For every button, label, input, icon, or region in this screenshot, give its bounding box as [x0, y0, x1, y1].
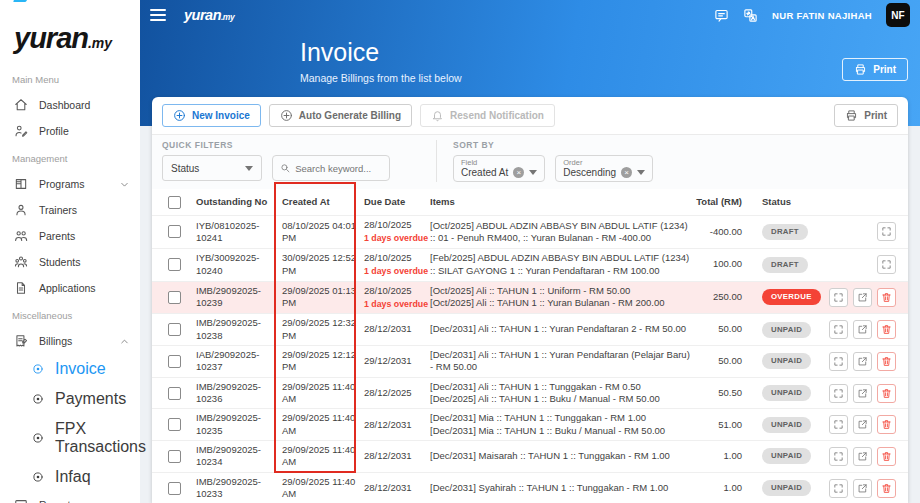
- auto-generate-billing-button[interactable]: Auto Generate Billing: [269, 104, 412, 127]
- due-date: 28/12/2031: [364, 323, 430, 335]
- row-checkbox[interactable]: [168, 225, 181, 238]
- select-all-checkbox[interactable]: [168, 196, 181, 209]
- expand-button[interactable]: [829, 352, 848, 371]
- delete-button[interactable]: [877, 479, 896, 498]
- table-row: IMB/29092025-1023829/09/2025 12:32 PM28/…: [152, 313, 908, 345]
- row-checkbox[interactable]: [168, 291, 181, 304]
- status-cell: UNPAID: [748, 417, 824, 433]
- clear-field-icon[interactable]: ×: [513, 167, 524, 178]
- expand-button[interactable]: [829, 415, 848, 434]
- items-cell: [Dec/2031] Syahirah :: TAHUN 1 :: Tungga…: [430, 482, 692, 494]
- created-at: 08/10/2025 04:01 PM: [282, 220, 364, 245]
- language-icon[interactable]: [743, 8, 758, 23]
- created-at: 29/09/2025 12:12 PM: [282, 349, 364, 374]
- edit-button[interactable]: [853, 320, 872, 339]
- invoice-toolbar: New Invoice Auto Generate Billing Resend…: [152, 97, 908, 134]
- row-checkbox[interactable]: [168, 355, 181, 368]
- column-header-created-at: Created At: [282, 196, 364, 208]
- status-badge: UNPAID: [762, 322, 811, 338]
- due-date: 28/12/2031: [364, 450, 430, 462]
- resend-notification-button[interactable]: Resend Notification: [420, 104, 555, 127]
- edit-button[interactable]: [853, 352, 872, 371]
- search-icon: [280, 162, 290, 174]
- edit-button[interactable]: [853, 288, 872, 307]
- sidebar-item-label: Reports: [39, 499, 76, 503]
- printer-icon: [845, 109, 858, 122]
- sidebar-item-reports[interactable]: Reports: [0, 492, 140, 503]
- sidebar-nav: Main MenuDashboardProfileManagementProgr…: [0, 61, 140, 503]
- expand-button[interactable]: [829, 288, 848, 307]
- delete-button[interactable]: [877, 415, 896, 434]
- sidebar-item-dashboard[interactable]: Dashboard: [0, 92, 140, 118]
- expand-button[interactable]: [829, 479, 848, 498]
- edit-button[interactable]: [853, 415, 872, 434]
- expand-button[interactable]: [829, 320, 848, 339]
- search-box[interactable]: [272, 155, 390, 181]
- row-checkbox[interactable]: [168, 323, 181, 336]
- outstanding-no: IMB/29092025-10233: [196, 476, 282, 501]
- sidebar-item-profile[interactable]: Profile: [0, 118, 140, 144]
- row-checkbox-cell: [152, 323, 196, 336]
- delete-button[interactable]: [877, 384, 896, 403]
- sidebar-subitem-payments[interactable]: Payments: [0, 384, 140, 414]
- created-at: 29/09/2025 11:40 AM: [282, 476, 364, 501]
- delete-icon: [881, 324, 892, 335]
- search-input[interactable]: [295, 163, 382, 174]
- radio-icon: [32, 363, 44, 375]
- status-badge: UNPAID: [762, 353, 811, 369]
- row-checkbox[interactable]: [168, 418, 181, 431]
- expand-button[interactable]: [877, 255, 896, 274]
- sidebar-item-billings[interactable]: Billings: [0, 328, 140, 354]
- chevron-down-icon: [119, 500, 130, 503]
- table-row: IMB/29092025-1023529/09/2025 11:40 AM28/…: [152, 408, 908, 440]
- sort-order-select[interactable]: Order Descending ×: [555, 155, 653, 182]
- item-line: [Dec/2025] Ali :: TAHUN 1 :: Buku / Manu…: [430, 393, 692, 405]
- row-checkbox[interactable]: [168, 387, 181, 400]
- menu-icon[interactable]: [150, 6, 166, 24]
- row-checkbox[interactable]: [168, 482, 181, 495]
- clear-order-icon[interactable]: ×: [621, 167, 632, 178]
- chat-icon[interactable]: [714, 8, 729, 23]
- items-cell: [Feb/2025] ABDUL ADZIN ABBASY BIN ABDUL …: [430, 252, 692, 277]
- delete-button[interactable]: [877, 320, 896, 339]
- sidebar-item-applications[interactable]: Applications: [0, 275, 140, 301]
- delete-button[interactable]: [877, 447, 896, 466]
- edit-button[interactable]: [853, 479, 872, 498]
- status-badge: DRAFT: [762, 257, 808, 273]
- sidebar-subitem-invoice[interactable]: Invoice: [0, 354, 140, 384]
- status-filter-select[interactable]: Status: [162, 155, 262, 181]
- brand-logo[interactable]: yuran.my: [0, 0, 140, 61]
- expand-button[interactable]: [877, 222, 896, 241]
- header-print-button[interactable]: Print: [842, 58, 908, 81]
- expand-button[interactable]: [829, 384, 848, 403]
- status-cell: UNPAID: [748, 480, 824, 496]
- table-header-row: Outstanding NoCreated AtDue DateItemsTot…: [152, 189, 908, 215]
- sidebar-item-label: Applications: [39, 282, 96, 294]
- row-checkbox[interactable]: [168, 258, 181, 271]
- sidebar-item-trainers[interactable]: Trainers: [0, 197, 140, 223]
- edit-icon: [857, 292, 868, 303]
- avatar[interactable]: NF: [886, 3, 910, 27]
- expand-button[interactable]: [829, 447, 848, 466]
- total-amount: 1.00: [692, 450, 748, 462]
- edit-button[interactable]: [853, 384, 872, 403]
- sidebar-item-programs[interactable]: Programs: [0, 171, 140, 197]
- sidebar-section-label: Miscellaneous: [0, 301, 140, 328]
- table-print-button[interactable]: Print: [834, 104, 898, 127]
- status-badge: UNPAID: [762, 480, 811, 496]
- row-checkbox-cell: [152, 418, 196, 431]
- edit-button[interactable]: [853, 447, 872, 466]
- new-invoice-button[interactable]: New Invoice: [162, 104, 261, 127]
- row-checkbox[interactable]: [168, 450, 181, 463]
- sidebar-item-parents[interactable]: Parents: [0, 223, 140, 249]
- sort-field-select[interactable]: Field Created At ×: [453, 155, 545, 182]
- delete-button[interactable]: [877, 352, 896, 371]
- topbar-logo[interactable]: yuran.my: [184, 7, 234, 23]
- chevron-down-icon: [119, 179, 130, 190]
- delete-button[interactable]: [877, 288, 896, 307]
- sidebar-item-students[interactable]: Students: [0, 249, 140, 275]
- sidebar-subitem-fpx-transactions[interactable]: FPX Transactions: [0, 414, 140, 462]
- due-date: 28/10/20251 days overdue: [364, 219, 430, 245]
- edit-icon: [857, 451, 868, 462]
- sidebar-subitem-infaq[interactable]: Infaq: [0, 462, 140, 492]
